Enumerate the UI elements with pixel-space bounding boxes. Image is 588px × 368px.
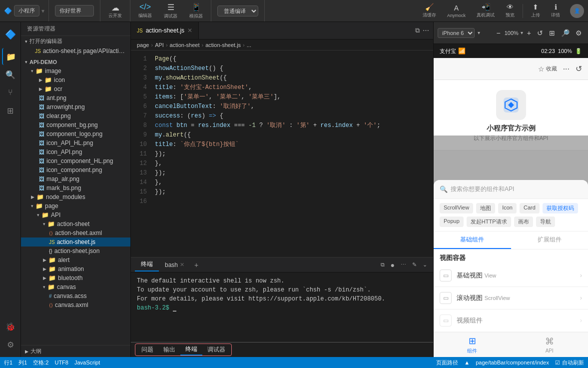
tree-item[interactable]: 🖼 icon_API.png [21, 148, 130, 156]
tag-auth[interactable]: 获取授权码 [543, 203, 578, 214]
tree-item[interactable]: 🖼 ant.png [21, 94, 130, 102]
tab-extended-components[interactable]: 扩展组件 [511, 232, 588, 249]
tree-item[interactable]: ▾ 📁 API [21, 210, 130, 220]
tree-item[interactable]: 🖼 icon_API_HL.png [21, 138, 130, 148]
close-tab-icon[interactable]: ✕ [187, 27, 192, 34]
status-encoding[interactable]: UTF8 [54, 360, 68, 366]
list-item[interactable]: ▭ 基础视图 View › [434, 264, 588, 287]
output-tab[interactable]: 输出 [158, 344, 180, 356]
status-language[interactable]: JavaScript [74, 360, 100, 366]
tab-basic-components[interactable]: 基础组件 [434, 232, 511, 249]
miniprogram-selector[interactable]: 小程序 [14, 5, 39, 16]
inspector-btn[interactable]: 🔎 [559, 28, 572, 38]
tree-item[interactable]: ▶ 📁 alert [21, 256, 130, 264]
activity-explorer-btn[interactable]: 📁 [2, 48, 19, 65]
debugger-btn[interactable]: ☰ 调试器 [160, 0, 181, 22]
terminal-hide-btn[interactable]: ⌄ [421, 260, 429, 269]
terminal-tab-btn[interactable]: 终端 [180, 344, 202, 356]
open-editors-toggle[interactable]: ▾ 打开的编辑器 [21, 36, 130, 46]
code-editor[interactable]: 12345678910111213141516 Page({ showActio… [131, 50, 433, 257]
terminal-maximize-btn[interactable]: ⋯ [399, 260, 408, 269]
editor-tab-active[interactable]: JS action-sheet.js ✕ [131, 22, 199, 39]
status-auto-refresh[interactable]: ☑ 自动刷新 [555, 359, 584, 366]
close-terminal-icon[interactable]: ✕ [180, 262, 184, 268]
tree-item[interactable]: 🖼 icon_component_HL.png [21, 156, 130, 166]
tag-canvas[interactable]: 画布 [514, 216, 533, 227]
breadcrumb-item[interactable]: ... [247, 42, 251, 48]
popup-overlay[interactable]: 🔍 搜索你想要的组件和API ScrollView 地图 Icon Card 获… [434, 136, 588, 357]
activity-settings-btn[interactable]: ⚙ [2, 336, 19, 353]
real-compile-btn[interactable]: 📲 真机调试 [472, 1, 500, 20]
project-selector[interactable]: 你好世界 [55, 5, 94, 16]
active-file-item[interactable]: JS action-sheet.js [21, 238, 130, 246]
project-toggle[interactable]: ▾ API-DEMO [21, 58, 130, 66]
tree-item[interactable]: ▾ 📁 page [21, 202, 130, 210]
tree-item[interactable]: ▶ 📁 icon [21, 76, 130, 84]
tree-item[interactable]: ▾ 📁 image [21, 66, 130, 76]
clean-btn[interactable]: 🧹 清缓存 [418, 1, 441, 20]
tree-item[interactable]: 🖼 clear.png [21, 112, 130, 120]
split-terminal-btn[interactable]: ⧉ [379, 260, 387, 269]
tag-icon[interactable]: Icon [498, 203, 517, 214]
tree-item[interactable]: ▶ 📁 bluetooth [21, 274, 130, 282]
breadcrumb-item[interactable]: action-sheet.js [205, 42, 241, 48]
status-col[interactable]: 列1 [18, 359, 27, 366]
tree-item[interactable]: 🖼 component_logo.png [21, 130, 130, 138]
breadcrumb-item[interactable]: API [155, 42, 164, 48]
tag-http[interactable]: 发起HTTP请求 [467, 216, 511, 227]
add-terminal-btn[interactable]: + [190, 259, 202, 271]
list-item[interactable]: ▭ 滚动视图 ScrollView › [434, 287, 588, 310]
toggle-view-btn[interactable]: ⊞ [547, 28, 557, 38]
tree-item[interactable]: {} action-sheet.json [21, 246, 130, 256]
zoom-out-btn[interactable]: − [494, 28, 502, 38]
tree-item[interactable]: ▾ 📁 action-sheet [21, 220, 130, 228]
tree-item[interactable]: ⟨⟩ action-sheet.axml [21, 228, 130, 238]
activity-extensions-btn[interactable]: ⊞ [2, 102, 19, 119]
device-select[interactable]: iPhone 6 [438, 28, 475, 38]
upload-btn[interactable]: ⬆ 上传 [526, 1, 545, 20]
preview-btn[interactable]: 👁 预览 [501, 1, 520, 20]
more-btn[interactable]: ··· [563, 64, 570, 74]
details-btn[interactable]: ℹ 详情 [546, 1, 565, 20]
problems-tab[interactable]: 问题 [136, 344, 158, 356]
favorite-btn[interactable]: ☆ 收藏 [538, 65, 557, 73]
tag-popup[interactable]: Popup [440, 216, 464, 227]
split-editor-icon[interactable]: ⧉ [415, 26, 420, 34]
tree-item[interactable]: 🖼 map_alr.png [21, 174, 130, 184]
settings-btn[interactable]: ⚙ [574, 28, 584, 38]
tree-item[interactable]: # canvas.acss [21, 292, 130, 300]
tree-item[interactable]: 🖼 mark_bs.png [21, 184, 130, 192]
tree-item[interactable]: 🖼 component_bg.png [21, 120, 130, 130]
breadcrumb-item[interactable]: page [137, 42, 149, 48]
tree-item[interactable]: 🖼 icon_component.png [21, 166, 130, 174]
debugger-tab-btn[interactable]: 调试器 [202, 344, 230, 356]
zoom-in-btn[interactable]: + [525, 28, 533, 38]
code-content[interactable]: Page({ showActionSheet() { my.showAction… [151, 50, 433, 257]
status-path[interactable]: page/tabBar/component/index [476, 360, 549, 366]
refresh-btn[interactable]: ↺ [535, 28, 545, 38]
outline-toggle[interactable]: ▶ 大纲 [21, 346, 130, 357]
anymock-btn[interactable]: A Anymock [442, 2, 471, 20]
simulator-btn[interactable]: 📱 模拟器 [185, 0, 207, 22]
nav-api-tab[interactable]: ⌘ API [511, 332, 588, 357]
tree-item[interactable]: ⟨⟩ canvas.axml [21, 300, 130, 310]
nav-components-tab[interactable]: ⊞ 组件 [434, 332, 511, 357]
refresh-phone-btn[interactable]: ↺ [576, 64, 582, 74]
tag-nav[interactable]: 导航 [536, 216, 555, 227]
tree-item[interactable]: ▶ 📁 ocr [21, 84, 130, 94]
tree-item[interactable]: 🖼 arrowright.png [21, 102, 130, 112]
terminal-content[interactable]: The default interactive shell is now zsh… [131, 272, 433, 342]
editor-more-icon[interactable]: ⋯ [423, 26, 429, 34]
tag-scrollview[interactable]: ScrollView [440, 203, 473, 214]
compile-mode-select[interactable]: 普通编译 [217, 6, 258, 16]
list-item-partial[interactable]: ▭ 视频组件 › [434, 310, 588, 332]
terminal-close-panel-btn[interactable]: ● [389, 260, 397, 270]
breadcrumb-item[interactable]: action-sheet [170, 42, 200, 48]
activity-debug-btn[interactable]: 🐞 [2, 318, 19, 335]
tag-map[interactable]: 地图 [476, 203, 495, 214]
bash-label-tab[interactable]: bash ✕ [159, 260, 190, 270]
open-file-item[interactable]: JS action-sheet.js page/API/action-she..… [21, 46, 130, 56]
terminal-minimize-btn[interactable]: ✎ [410, 260, 419, 269]
editor-btn[interactable]: </> 编辑器 [134, 0, 156, 21]
activity-search-btn[interactable]: 🔍 [2, 66, 19, 83]
